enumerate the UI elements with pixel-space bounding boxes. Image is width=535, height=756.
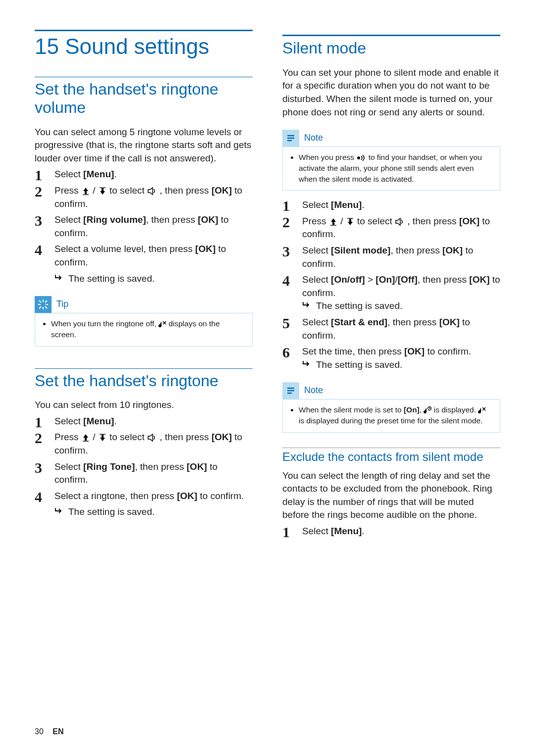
steps-list: Select [Menu]. Press / to select , then … — [282, 199, 500, 371]
page-footer: 30 EN — [35, 727, 63, 736]
step-item: Set the time, then press [OK] to confirm… — [282, 345, 500, 371]
note-callout: Note When you press to find your handset… — [282, 130, 500, 191]
tip-icon — [35, 296, 52, 313]
tip-label: Tip — [52, 296, 73, 313]
right-column: Silent mode You can set your phone to si… — [282, 30, 500, 541]
mute-note-icon — [478, 406, 486, 414]
svg-point-17 — [357, 156, 360, 159]
note-icon — [282, 382, 299, 399]
subsection-rule — [282, 448, 500, 448]
svg-line-7 — [45, 306, 47, 308]
sound-icon — [147, 434, 157, 442]
nav-up-icon — [81, 434, 90, 442]
step-item: Select [Menu]. — [35, 168, 253, 181]
result-arrow-icon — [54, 507, 63, 514]
result-arrow-icon — [302, 302, 311, 308]
svg-line-9 — [39, 306, 41, 308]
note-callout: Note When the silent mode is set to [On]… — [282, 382, 500, 432]
section-rule — [35, 368, 253, 369]
note-label: Note — [299, 130, 328, 147]
svg-rect-19 — [347, 218, 353, 218]
paragraph: You can set your phone to silent mode an… — [282, 66, 500, 119]
svg-rect-18 — [330, 225, 336, 225]
step-item: Select [Ring Tone], then press [OK] to c… — [35, 460, 253, 487]
tip-callout: Tip When you turn the ringtone off, disp… — [35, 296, 253, 346]
result-line: The setting is saved. — [302, 358, 500, 372]
steps-list: Select [Menu]. Press / to select , then … — [35, 415, 253, 503]
chapter-title: 15 Sound settings — [35, 34, 253, 59]
section-heading-ringtone: Set the handset's ringtone — [35, 372, 253, 390]
result-line: The setting is saved. — [54, 505, 253, 519]
step-item: Press / to select , then press [OK] to c… — [282, 215, 500, 241]
paragraph: You can select among 5 ringtone volume l… — [35, 126, 253, 165]
step-item: Select [Ring volume], then press [OK] to… — [35, 213, 253, 240]
step-item: Select [Start & end], then press [OK] to… — [282, 316, 500, 342]
nav-down-icon — [98, 187, 107, 195]
language-code: EN — [53, 727, 63, 736]
chapter-rule — [35, 30, 253, 31]
svg-rect-12 — [83, 441, 89, 442]
result-line: The setting is saved. — [302, 300, 500, 313]
note-body: When you press to find your handset, or … — [282, 147, 500, 191]
subsection-heading-exclude-contacts: Exclude the contacts from silent mode — [282, 450, 500, 464]
nav-down-icon — [346, 218, 355, 226]
sound-icon — [147, 187, 157, 195]
section-heading-ringtone-volume: Set the handset's ringtone volume — [35, 80, 253, 117]
step-item: Select [Menu]. — [282, 199, 500, 212]
svg-line-6 — [39, 301, 41, 302]
steps-list: Select [Menu]. Press / to select , then … — [35, 168, 253, 269]
step-item: Select [Menu]. — [35, 415, 253, 428]
left-column: 15 Sound settings Set the handset's ring… — [35, 30, 253, 541]
note-icon — [282, 130, 299, 147]
step-item: Select a ringtone, then press [OK] to co… — [35, 490, 253, 503]
pager-icon — [356, 154, 366, 161]
sound-icon — [395, 218, 405, 226]
step-item: Press / to select , then press [OK] to c… — [35, 184, 253, 210]
paragraph: You can select from 10 ringtones. — [35, 399, 253, 412]
step-item: Select [On/off] > [On]/[Off], then press… — [282, 273, 500, 313]
nav-up-icon — [329, 218, 338, 226]
nav-up-icon — [81, 187, 90, 195]
page-number: 30 — [35, 727, 44, 736]
clock-note-icon — [424, 406, 431, 414]
result-arrow-icon — [302, 360, 311, 367]
svg-line-8 — [45, 301, 47, 302]
step-item: Select a volume level, then press [OK] t… — [35, 243, 253, 269]
nav-down-icon — [98, 434, 107, 442]
mute-note-icon — [159, 320, 166, 328]
steps-list: Select [Menu]. — [282, 525, 500, 538]
step-item: Select [Silent mode], then press [OK] to… — [282, 244, 500, 270]
result-line: The setting is saved. — [54, 272, 253, 286]
note-body: When the silent mode is set to [On], is … — [282, 399, 500, 432]
tip-body: When you turn the ringtone off, displays… — [35, 313, 253, 346]
section-rule — [35, 77, 253, 77]
note-label: Note — [299, 382, 328, 399]
svg-rect-13 — [100, 434, 106, 435]
svg-rect-1 — [100, 187, 106, 188]
section-heading-silent-mode: Silent mode — [282, 39, 500, 57]
result-arrow-icon — [54, 274, 63, 281]
step-item: Press / to select , then press [OK] to c… — [35, 431, 253, 457]
section-rule — [282, 35, 500, 36]
svg-rect-0 — [83, 194, 89, 195]
step-item: Select [Menu]. — [282, 525, 500, 538]
paragraph: You can select the length of ring delay … — [282, 469, 500, 522]
